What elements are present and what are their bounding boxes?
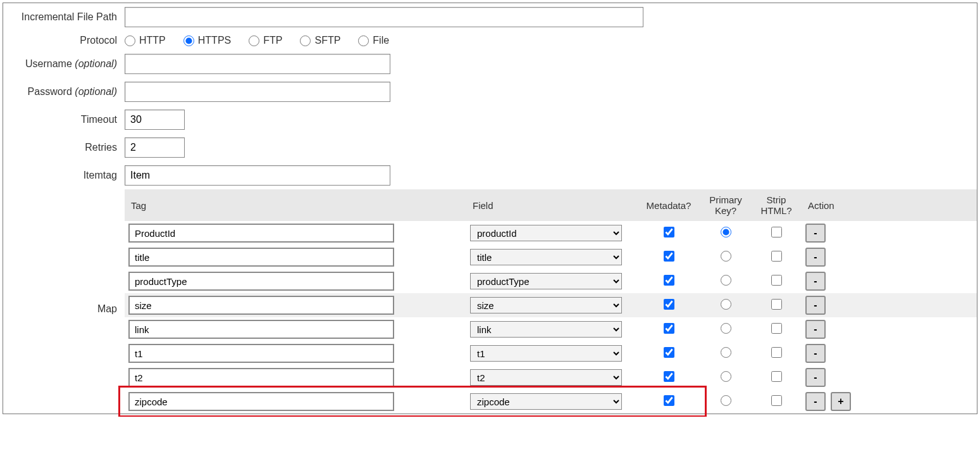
remove-row-button[interactable]: - <box>805 296 826 315</box>
remove-row-button[interactable]: - <box>805 392 826 411</box>
field-select[interactable]: t2 <box>470 369 622 386</box>
map-header-strip-html: StripHTML? <box>751 189 802 221</box>
protocol-radio-http[interactable]: HTTP <box>125 35 166 46</box>
incremental-file-path-input[interactable] <box>125 7 643 27</box>
tag-input[interactable] <box>128 296 394 315</box>
protocol-radio-file[interactable]: File <box>358 35 389 46</box>
map-row: zipcode-+ <box>125 389 977 414</box>
map-label: Map <box>3 189 125 315</box>
metadata-checkbox[interactable] <box>664 251 674 262</box>
protocol-radio-label: HTTPS <box>198 35 231 46</box>
field-select[interactable]: size <box>470 297 622 313</box>
remove-row-button[interactable]: - <box>805 248 826 267</box>
remove-row-button[interactable]: - <box>805 368 826 387</box>
itemtag-input[interactable] <box>125 165 390 186</box>
field-select[interactable]: link <box>470 321 622 338</box>
protocol-radio-ftp[interactable]: FTP <box>249 35 282 46</box>
strip-html-checkbox[interactable] <box>771 347 782 358</box>
timeout-input[interactable] <box>125 110 185 130</box>
strip-html-checkbox[interactable] <box>771 371 782 382</box>
protocol-label: Protocol <box>3 35 125 46</box>
strip-html-checkbox[interactable] <box>771 395 782 406</box>
tag-input[interactable] <box>128 320 394 339</box>
primary-key-radio[interactable] <box>721 323 731 334</box>
protocol-radio-input-https[interactable] <box>183 35 194 46</box>
metadata-checkbox[interactable] <box>664 227 674 237</box>
remove-row-button[interactable]: - <box>805 344 826 363</box>
protocol-radio-label: HTTP <box>139 35 166 46</box>
metadata-checkbox[interactable] <box>664 395 674 406</box>
protocol-radio-input-http[interactable] <box>125 35 135 46</box>
map-header-tag: Tag <box>125 189 466 221</box>
remove-row-button[interactable]: - <box>805 224 826 243</box>
remove-row-button[interactable]: - <box>805 320 826 339</box>
protocol-radio-label: SFTP <box>314 35 340 46</box>
map-row: productId- <box>125 221 977 245</box>
map-table: Tag Field Metadata? PrimaryKey? StripHTM… <box>125 189 977 414</box>
primary-key-radio[interactable] <box>721 251 731 262</box>
map-row: size- <box>125 293 977 317</box>
remove-row-button[interactable]: - <box>805 272 826 291</box>
tag-input[interactable] <box>128 224 394 243</box>
map-header-metadata: Metadata? <box>637 189 700 221</box>
strip-html-checkbox[interactable] <box>771 323 782 334</box>
field-select[interactable]: t1 <box>470 345 622 362</box>
strip-html-checkbox[interactable] <box>771 251 782 262</box>
protocol-radio-input-sftp[interactable] <box>300 35 311 46</box>
field-select[interactable]: productId <box>470 225 622 241</box>
map-row: title- <box>125 245 977 269</box>
tag-input[interactable] <box>128 248 394 267</box>
map-row: t1- <box>125 341 977 365</box>
map-row: productType- <box>125 269 977 293</box>
map-row: link- <box>125 317 977 341</box>
protocol-radio-input-file[interactable] <box>358 35 369 46</box>
metadata-checkbox[interactable] <box>664 275 674 286</box>
map-header-action: Action <box>802 189 977 221</box>
protocol-radio-group: HTTPHTTPSFTPSFTPFile <box>125 35 389 46</box>
retries-label: Retries <box>3 142 125 153</box>
add-row-button[interactable]: + <box>831 392 851 411</box>
protocol-radio-sftp[interactable]: SFTP <box>300 35 340 46</box>
primary-key-radio[interactable] <box>721 347 731 358</box>
metadata-checkbox[interactable] <box>664 323 674 334</box>
incremental-file-path-label: Incremental File Path <box>3 11 125 23</box>
password-input[interactable] <box>125 82 390 102</box>
map-header-primary-key: PrimaryKey? <box>700 189 751 221</box>
protocol-radio-https[interactable]: HTTPS <box>183 35 231 46</box>
metadata-checkbox[interactable] <box>664 299 674 310</box>
strip-html-checkbox[interactable] <box>771 275 782 286</box>
strip-html-checkbox[interactable] <box>771 227 782 237</box>
tag-input[interactable] <box>128 368 394 387</box>
primary-key-radio[interactable] <box>721 275 731 286</box>
username-input[interactable] <box>125 54 390 74</box>
tag-input[interactable] <box>128 272 394 291</box>
strip-html-checkbox[interactable] <box>771 299 782 310</box>
field-select[interactable]: title <box>470 249 622 265</box>
map-header-field: Field <box>466 189 637 221</box>
protocol-radio-label: FTP <box>263 35 282 46</box>
primary-key-radio[interactable] <box>721 299 731 310</box>
itemtag-label: Itemtag <box>3 170 125 181</box>
primary-key-radio[interactable] <box>721 371 731 382</box>
protocol-radio-input-ftp[interactable] <box>249 35 259 46</box>
password-label: Password (optional) <box>3 86 125 98</box>
tag-input[interactable] <box>128 344 394 363</box>
username-label: Username (optional) <box>3 58 125 70</box>
field-select[interactable]: productType <box>470 273 622 289</box>
tag-input[interactable] <box>128 392 394 411</box>
map-row: t2- <box>125 365 977 389</box>
field-select[interactable]: zipcode <box>470 393 622 410</box>
primary-key-radio[interactable] <box>721 395 731 406</box>
timeout-label: Timeout <box>3 114 125 125</box>
metadata-checkbox[interactable] <box>664 371 674 382</box>
metadata-checkbox[interactable] <box>664 347 674 358</box>
primary-key-radio[interactable] <box>721 227 731 237</box>
retries-input[interactable] <box>125 137 185 158</box>
protocol-radio-label: File <box>373 35 389 46</box>
